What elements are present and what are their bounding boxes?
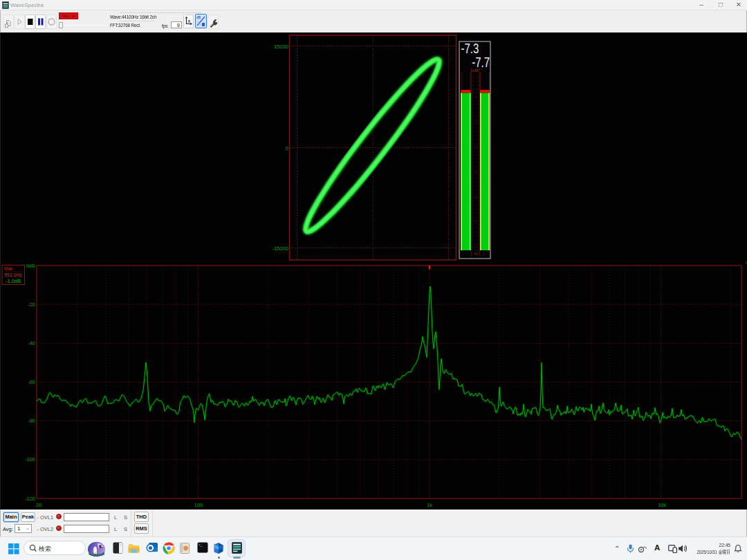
svg-text:1k: 1k — [427, 502, 432, 508]
svg-text:-5: -5 — [474, 96, 477, 100]
svg-text:-35: -35 — [473, 245, 478, 249]
svg-text:-30: -30 — [473, 221, 478, 224]
svg-text:-120: -120 — [25, 496, 35, 502]
svg-text:100: 100 — [194, 502, 203, 508]
svg-text:-15000: -15000 — [273, 245, 288, 252]
svg-text:-20: -20 — [28, 301, 35, 308]
svg-text:>_: >_ — [199, 543, 203, 547]
svg-text:-1.0dB: -1.0dB — [6, 278, 21, 284]
svg-text:10k: 10k — [658, 502, 666, 508]
svg-text:Max: Max — [4, 266, 13, 271]
svg-text:x: x — [188, 19, 191, 24]
svg-text:-60: -60 — [28, 379, 35, 385]
svg-text:15000: 15000 — [274, 44, 288, 50]
svg-text:-40: -40 — [472, 252, 477, 256]
svg-text:▯: ▯ — [483, 252, 485, 256]
svg-text:0dB: 0dB — [472, 68, 479, 73]
svg-text:0dB: 0dB — [26, 264, 35, 269]
svg-text:-15: -15 — [473, 146, 478, 149]
svg-text:-80: -80 — [28, 418, 35, 424]
svg-text:-100: -100 — [25, 456, 35, 463]
svg-text:dB: dB — [196, 15, 201, 19]
svg-text:-40: -40 — [28, 340, 35, 346]
svg-text:-25: -25 — [473, 196, 478, 199]
svg-text:20: 20 — [36, 502, 42, 508]
svg-text:-20: -20 — [473, 171, 478, 174]
svg-text:991.1Hz: 991.1Hz — [4, 272, 22, 277]
svg-text:-10: -10 — [473, 121, 478, 124]
svg-text:-7.7: -7.7 — [472, 55, 490, 71]
svg-text:0: 0 — [286, 145, 288, 151]
